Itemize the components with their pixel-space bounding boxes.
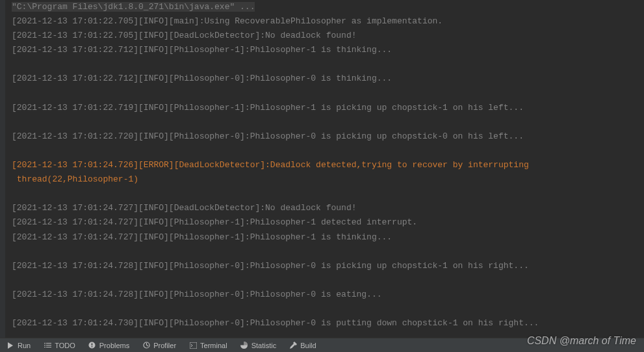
- log-line: [2021-12-13 17:01:24.727][INFO][Philosop…: [12, 230, 644, 245]
- log-line: [2021-12-13 17:01:22.705][INFO][main]:Us…: [12, 14, 644, 29]
- log-line-blank: [12, 115, 644, 129]
- tab-problems[interactable]: Problems: [82, 338, 136, 352]
- hammer-icon: [289, 342, 297, 349]
- log-line-blank: [12, 87, 644, 101]
- tab-label: Terminal: [200, 342, 227, 349]
- log-line-blank: [12, 144, 644, 158]
- log-line-blank: [12, 273, 644, 288]
- log-line-blank: [12, 57, 644, 72]
- play-icon: [6, 342, 14, 349]
- log-line-blank: [12, 187, 644, 201]
- tab-build[interactable]: Build: [283, 338, 322, 352]
- tab-label: Problems: [99, 342, 129, 349]
- tab-profiler[interactable]: Profiler: [136, 338, 183, 352]
- log-line: [2021-12-13 17:01:22.719][INFO][Philosop…: [12, 101, 644, 115]
- log-line: [2021-12-13 17:01:22.720][INFO][Philosop…: [12, 129, 644, 144]
- log-line: [2021-12-13 17:01:24.727][INFO][Philosop…: [12, 215, 644, 230]
- tab-todo[interactable]: TODO: [37, 338, 82, 352]
- warning-icon: [88, 342, 96, 349]
- svg-rect-4: [190, 342, 197, 349]
- svg-rect-2: [92, 346, 93, 347]
- tab-label: TODO: [55, 342, 75, 349]
- tab-label: Profiler: [153, 342, 176, 349]
- tab-run[interactable]: Run: [0, 338, 37, 352]
- list-icon: [44, 342, 51, 349]
- log-line-error: [2021-12-13 17:01:24.726][ERROR][DeadLoc…: [12, 158, 644, 172]
- tab-statistic[interactable]: Statistic: [234, 338, 283, 352]
- log-line: [2021-12-13 17:01:22.712][INFO][Philosop…: [12, 72, 644, 86]
- watermark-text: CSDN @march of Time: [527, 335, 636, 347]
- command-line: "C:\Program Files\jdk1.8.0_271\bin\java.…: [12, 2, 255, 12]
- tab-label: Build: [300, 342, 316, 349]
- console-output[interactable]: "C:\Program Files\jdk1.8.0_271\bin\java.…: [0, 0, 644, 338]
- log-line: [2021-12-13 17:01:24.728][INFO][Philosop…: [12, 288, 644, 302]
- tab-terminal[interactable]: Terminal: [183, 338, 234, 352]
- statistic-icon: [240, 342, 248, 349]
- profiler-icon: [142, 342, 150, 349]
- log-line: [2021-12-13 17:01:24.730][INFO][Philosop…: [12, 316, 644, 331]
- console-gutter: [0, 0, 5, 338]
- log-line: [2021-12-13 17:01:24.727][INFO][DeadLock…: [12, 201, 644, 215]
- log-line: [2021-12-13 17:01:22.712][INFO][Philosop…: [12, 43, 644, 57]
- log-line: [2021-12-13 17:01:22.705][INFO][DeadLock…: [12, 29, 644, 43]
- log-line: [2021-12-13 17:01:24.728][INFO][Philosop…: [12, 259, 644, 273]
- log-line-blank: [12, 245, 644, 259]
- terminal-icon: [189, 342, 197, 349]
- tab-label: Run: [18, 342, 31, 349]
- log-line-error: thread(22,Philosopher-1): [12, 172, 644, 187]
- svg-rect-1: [92, 344, 93, 346]
- log-line-blank: [12, 302, 644, 316]
- tab-label: Statistic: [251, 342, 277, 349]
